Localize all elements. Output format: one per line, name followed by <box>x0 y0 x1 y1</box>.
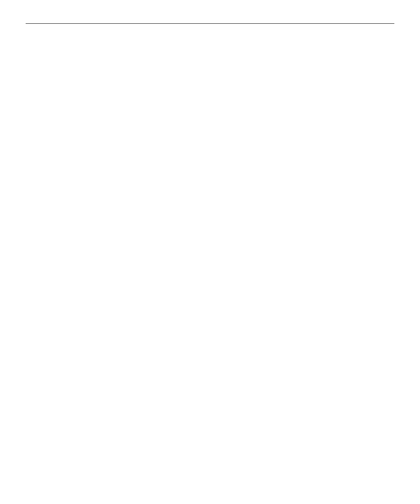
top-header-rule <box>26 23 394 24</box>
